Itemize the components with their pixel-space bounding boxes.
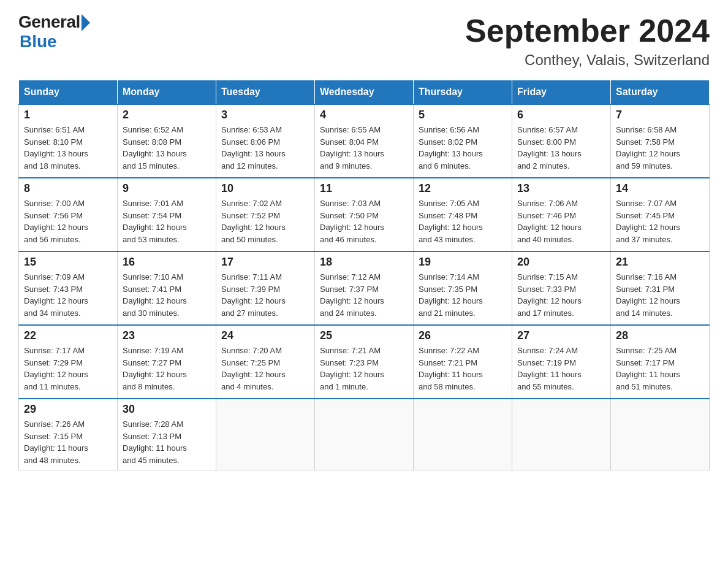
day-info: Sunrise: 7:26 AM Sunset: 7:15 PM Dayligh…: [24, 418, 112, 466]
calendar-cell: 11Sunrise: 7:03 AM Sunset: 7:50 PM Dayli…: [315, 178, 414, 251]
day-number: 5: [419, 109, 507, 121]
day-number: 27: [517, 329, 605, 342]
day-info: Sunrise: 7:07 AM Sunset: 7:45 PM Dayligh…: [616, 197, 704, 245]
calendar-cell: 3Sunrise: 6:53 AM Sunset: 8:06 PM Daylig…: [216, 104, 315, 178]
weekday-header-friday: Friday: [512, 80, 611, 105]
logo-blue-text: Blue: [20, 32, 57, 52]
calendar-cell: 22Sunrise: 7:17 AM Sunset: 7:29 PM Dayli…: [19, 325, 118, 399]
day-number: 17: [221, 256, 309, 269]
logo-general-text: General: [18, 12, 80, 32]
day-info: Sunrise: 6:57 AM Sunset: 8:00 PM Dayligh…: [517, 124, 605, 172]
day-number: 18: [320, 256, 408, 269]
weekday-header-thursday: Thursday: [414, 80, 512, 105]
calendar-cell: 19Sunrise: 7:14 AM Sunset: 7:35 PM Dayli…: [414, 251, 512, 325]
calendar-cell: [216, 399, 315, 470]
calendar-cell: 30Sunrise: 7:28 AM Sunset: 7:13 PM Dayli…: [118, 399, 216, 470]
day-number: 4: [320, 109, 408, 121]
calendar-title: September 2024: [465, 12, 710, 49]
calendar-cell: 23Sunrise: 7:19 AM Sunset: 7:27 PM Dayli…: [118, 325, 216, 399]
day-info: Sunrise: 6:53 AM Sunset: 8:06 PM Dayligh…: [221, 124, 309, 172]
day-number: 8: [24, 182, 112, 195]
calendar-cell: 9Sunrise: 7:01 AM Sunset: 7:54 PM Daylig…: [118, 178, 216, 251]
day-number: 13: [517, 182, 605, 195]
day-info: Sunrise: 7:25 AM Sunset: 7:17 PM Dayligh…: [616, 345, 704, 393]
calendar-cell: 27Sunrise: 7:24 AM Sunset: 7:19 PM Dayli…: [512, 325, 611, 399]
weekday-header-tuesday: Tuesday: [216, 80, 315, 105]
day-info: Sunrise: 7:20 AM Sunset: 7:25 PM Dayligh…: [221, 345, 309, 393]
calendar-cell: 7Sunrise: 6:58 AM Sunset: 7:58 PM Daylig…: [611, 104, 710, 178]
day-info: Sunrise: 7:00 AM Sunset: 7:56 PM Dayligh…: [24, 197, 112, 245]
day-number: 30: [123, 403, 211, 416]
day-number: 21: [616, 256, 704, 269]
day-number: 3: [221, 109, 309, 121]
calendar-cell: 25Sunrise: 7:21 AM Sunset: 7:23 PM Dayli…: [315, 325, 414, 399]
calendar-cell: 1Sunrise: 6:51 AM Sunset: 8:10 PM Daylig…: [19, 104, 118, 178]
day-info: Sunrise: 6:51 AM Sunset: 8:10 PM Dayligh…: [24, 124, 112, 172]
day-number: 23: [123, 329, 211, 342]
calendar-cell: 4Sunrise: 6:55 AM Sunset: 8:04 PM Daylig…: [315, 104, 414, 178]
day-info: Sunrise: 6:55 AM Sunset: 8:04 PM Dayligh…: [320, 124, 408, 172]
day-number: 9: [123, 182, 211, 195]
calendar-cell: 21Sunrise: 7:16 AM Sunset: 7:31 PM Dayli…: [611, 251, 710, 325]
calendar-cell: 10Sunrise: 7:02 AM Sunset: 7:52 PM Dayli…: [216, 178, 315, 251]
day-info: Sunrise: 7:03 AM Sunset: 7:50 PM Dayligh…: [320, 197, 408, 245]
day-info: Sunrise: 7:19 AM Sunset: 7:27 PM Dayligh…: [123, 345, 211, 393]
calendar-cell: [315, 399, 414, 470]
calendar-cell: 20Sunrise: 7:15 AM Sunset: 7:33 PM Dayli…: [512, 251, 611, 325]
day-info: Sunrise: 7:01 AM Sunset: 7:54 PM Dayligh…: [123, 197, 211, 245]
day-info: Sunrise: 7:02 AM Sunset: 7:52 PM Dayligh…: [221, 197, 309, 245]
title-block: September 2024 Conthey, Valais, Switzerl…: [465, 12, 710, 69]
day-info: Sunrise: 7:06 AM Sunset: 7:46 PM Dayligh…: [517, 197, 605, 245]
day-info: Sunrise: 6:56 AM Sunset: 8:02 PM Dayligh…: [419, 124, 507, 172]
weekday-header-row: SundayMondayTuesdayWednesdayThursdayFrid…: [19, 80, 710, 105]
day-number: 28: [616, 329, 704, 342]
day-number: 14: [616, 182, 704, 195]
day-number: 11: [320, 182, 408, 195]
calendar-cell: 5Sunrise: 6:56 AM Sunset: 8:02 PM Daylig…: [414, 104, 512, 178]
day-info: Sunrise: 7:10 AM Sunset: 7:41 PM Dayligh…: [123, 271, 211, 319]
day-number: 20: [517, 256, 605, 269]
day-info: Sunrise: 7:22 AM Sunset: 7:21 PM Dayligh…: [419, 345, 507, 393]
day-info: Sunrise: 7:05 AM Sunset: 7:48 PM Dayligh…: [419, 197, 507, 245]
calendar-week-row: 22Sunrise: 7:17 AM Sunset: 7:29 PM Dayli…: [19, 325, 710, 399]
calendar-cell: 16Sunrise: 7:10 AM Sunset: 7:41 PM Dayli…: [118, 251, 216, 325]
day-info: Sunrise: 7:12 AM Sunset: 7:37 PM Dayligh…: [320, 271, 408, 319]
day-number: 1: [24, 109, 112, 121]
day-number: 6: [517, 109, 605, 121]
day-number: 16: [123, 256, 211, 269]
day-number: 26: [419, 329, 507, 342]
day-number: 24: [221, 329, 309, 342]
calendar-week-row: 15Sunrise: 7:09 AM Sunset: 7:43 PM Dayli…: [19, 251, 710, 325]
day-number: 19: [419, 256, 507, 269]
calendar-cell: 26Sunrise: 7:22 AM Sunset: 7:21 PM Dayli…: [414, 325, 512, 399]
calendar-cell: [414, 399, 512, 470]
calendar-cell: 12Sunrise: 7:05 AM Sunset: 7:48 PM Dayli…: [414, 178, 512, 251]
day-number: 15: [24, 256, 112, 269]
calendar-week-row: 29Sunrise: 7:26 AM Sunset: 7:15 PM Dayli…: [19, 399, 710, 470]
calendar-cell: 17Sunrise: 7:11 AM Sunset: 7:39 PM Dayli…: [216, 251, 315, 325]
day-info: Sunrise: 7:21 AM Sunset: 7:23 PM Dayligh…: [320, 345, 408, 393]
calendar-cell: 24Sunrise: 7:20 AM Sunset: 7:25 PM Dayli…: [216, 325, 315, 399]
calendar-subtitle: Conthey, Valais, Switzerland: [465, 52, 710, 69]
day-number: 2: [123, 109, 211, 121]
day-info: Sunrise: 7:09 AM Sunset: 7:43 PM Dayligh…: [24, 271, 112, 319]
calendar-cell: 15Sunrise: 7:09 AM Sunset: 7:43 PM Dayli…: [19, 251, 118, 325]
calendar-cell: [611, 399, 710, 470]
day-info: Sunrise: 7:28 AM Sunset: 7:13 PM Dayligh…: [123, 418, 211, 466]
calendar-cell: 29Sunrise: 7:26 AM Sunset: 7:15 PM Dayli…: [19, 399, 118, 470]
calendar-cell: 6Sunrise: 6:57 AM Sunset: 8:00 PM Daylig…: [512, 104, 611, 178]
calendar-cell: [512, 399, 611, 470]
day-number: 10: [221, 182, 309, 195]
weekday-header-saturday: Saturday: [611, 80, 710, 105]
weekday-header-monday: Monday: [118, 80, 216, 105]
calendar-cell: 18Sunrise: 7:12 AM Sunset: 7:37 PM Dayli…: [315, 251, 414, 325]
logo-triangle-icon: [82, 14, 90, 31]
day-info: Sunrise: 7:15 AM Sunset: 7:33 PM Dayligh…: [517, 271, 605, 319]
weekday-header-wednesday: Wednesday: [315, 80, 414, 105]
calendar-week-row: 1Sunrise: 6:51 AM Sunset: 8:10 PM Daylig…: [19, 104, 710, 178]
calendar-week-row: 8Sunrise: 7:00 AM Sunset: 7:56 PM Daylig…: [19, 178, 710, 251]
day-number: 7: [616, 109, 704, 121]
day-info: Sunrise: 7:11 AM Sunset: 7:39 PM Dayligh…: [221, 271, 309, 319]
logo: General Blue: [18, 12, 90, 52]
day-info: Sunrise: 7:24 AM Sunset: 7:19 PM Dayligh…: [517, 345, 605, 393]
